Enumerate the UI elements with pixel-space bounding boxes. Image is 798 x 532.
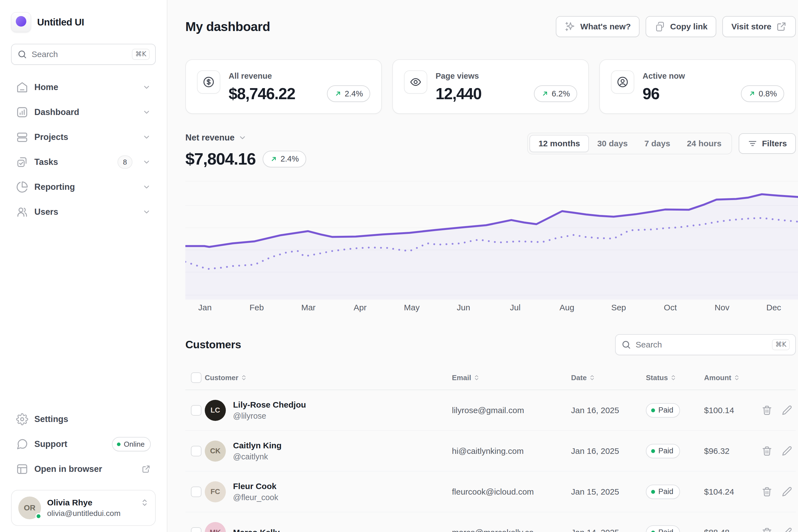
row-checkbox[interactable]	[191, 405, 202, 416]
column-header-customer[interactable]: Customer	[205, 374, 443, 382]
profile-card[interactable]: OR Olivia Rhye olivia@untitledui.com	[11, 490, 156, 526]
net-revenue-value: $7,804.16	[185, 149, 255, 169]
chevron-down-icon	[238, 134, 247, 142]
status-badge: Paid	[646, 484, 680, 499]
customer-handle: @caitlynk	[233, 452, 282, 461]
customer-amount: $96.32	[695, 446, 748, 456]
online-dot-icon	[36, 513, 41, 519]
svg-text:Dec: Dec	[766, 303, 781, 312]
row-checkbox[interactable]	[191, 527, 202, 532]
sidebar-search[interactable]: ⌘K	[11, 44, 156, 65]
row-checkbox[interactable]	[191, 446, 202, 456]
svg-text:Apr: Apr	[354, 303, 366, 312]
column-header-status[interactable]: Status	[637, 374, 695, 382]
header-actions: What's new? Copy link Visit store	[556, 16, 796, 37]
svg-text:Jul: Jul	[510, 303, 520, 312]
stat-cards: All revenue $8,746.22 2.4% Page views	[185, 59, 796, 114]
trend-badge: 0.8%	[741, 86, 784, 102]
avatar: MK	[205, 522, 226, 532]
customers-search[interactable]: ⌘K	[615, 334, 796, 355]
customer-amount: $100.14	[695, 406, 748, 415]
metric-selector[interactable]: Net revenue	[185, 133, 306, 143]
chart-controls: 12 months 30 days 7 days 24 hours Filter…	[527, 133, 796, 154]
page-header: My dashboard What's new? Copy link Visit…	[185, 16, 796, 37]
select-all-checkbox[interactable]	[191, 373, 202, 383]
column-header-date[interactable]: Date	[562, 374, 637, 382]
page-title: My dashboard	[185, 19, 270, 34]
sort-icon	[241, 374, 247, 381]
edit-icon[interactable]	[781, 405, 793, 416]
customer-name: Lily-Rose Chedjou	[233, 400, 306, 410]
customer-email: hi@caitlynking.com	[443, 446, 562, 456]
sidebar-item-label: Projects	[34, 132, 68, 142]
tab-7-days[interactable]: 7 days	[636, 135, 679, 152]
sidebar-item-label: Dashboard	[34, 107, 79, 117]
currency-dollar-icon	[197, 70, 220, 94]
tab-30-days[interactable]: 30 days	[589, 135, 636, 152]
customer-name: Fleur Cook	[233, 481, 278, 491]
sidebar-item-label: Users	[34, 207, 58, 217]
tasks-count-badge: 8	[117, 155, 132, 169]
trash-icon[interactable]	[761, 486, 773, 497]
svg-text:Aug: Aug	[559, 303, 574, 312]
sidebar-item-tasks[interactable]: Tasks 8	[11, 152, 156, 172]
svg-text:May: May	[404, 303, 420, 312]
profile-email: olivia@untitledui.com	[47, 509, 120, 518]
customers-table: Customer Email Date Status Amount LC Lil…	[185, 373, 796, 532]
visit-store-button[interactable]: Visit store	[722, 16, 796, 37]
sidebar-item-reporting[interactable]: Reporting	[11, 177, 156, 197]
edit-icon[interactable]	[781, 486, 793, 497]
stat-value: 96	[643, 84, 659, 103]
customer-date: Jan 15, 2025	[562, 487, 637, 496]
search-icon	[621, 340, 631, 350]
sidebar-item-dashboard[interactable]: Dashboard	[11, 102, 156, 122]
sidebar-item-label: Tasks	[34, 157, 58, 167]
customers-search-input[interactable]	[635, 340, 767, 349]
online-dot-icon	[117, 442, 120, 446]
paid-dot-icon	[651, 449, 655, 453]
external-link-icon	[776, 21, 787, 32]
table-row: CK Caitlyn King @caitlynk hi@caitlynking…	[185, 431, 796, 472]
sidebar-item-projects[interactable]: Projects	[11, 127, 156, 147]
tab-24-hours[interactable]: 24 hours	[679, 135, 730, 152]
external-link-icon	[141, 464, 151, 474]
tab-12-months[interactable]: 12 months	[530, 135, 589, 152]
customers-title: Customers	[185, 339, 241, 351]
customer-email: fleurcook@icloud.com	[443, 487, 562, 496]
paid-dot-icon	[651, 408, 655, 412]
app-name: Untitled UI	[37, 17, 84, 28]
sidebar-item-home[interactable]: Home	[11, 77, 156, 97]
arrow-up-right-icon	[334, 90, 342, 97]
arrow-up-right-icon	[748, 90, 756, 97]
row-checkbox[interactable]	[191, 487, 202, 497]
sidebar-item-settings[interactable]: Settings	[11, 409, 156, 430]
column-header-email[interactable]: Email	[443, 374, 562, 382]
edit-icon[interactable]	[781, 527, 793, 532]
trash-icon[interactable]	[761, 405, 773, 416]
avatar: LC	[205, 400, 226, 421]
chevron-selector-icon[interactable]	[140, 498, 149, 507]
column-header-amount[interactable]: Amount	[695, 374, 748, 382]
brand-logo-icon	[11, 12, 31, 32]
sidebar-item-open-in-browser[interactable]: Open in browser	[11, 459, 156, 479]
stat-card-all-revenue: All revenue $8,746.22 2.4%	[185, 59, 382, 114]
browser-layout-icon	[16, 463, 28, 475]
whats-new-button[interactable]: What's new?	[556, 16, 640, 37]
customer-email: marco@marcokelly.co	[443, 528, 562, 532]
chevron-down-icon	[142, 183, 151, 191]
user-circle-icon	[611, 70, 634, 94]
sidebar-item-support[interactable]: Support Online	[11, 434, 156, 454]
sort-icon	[734, 374, 740, 381]
trash-icon[interactable]	[761, 445, 773, 457]
trash-icon[interactable]	[761, 527, 773, 532]
search-shortcut: ⌘K	[772, 339, 790, 350]
stat-value: 12,440	[436, 84, 481, 103]
chevron-down-icon	[142, 83, 151, 92]
arrow-up-right-icon	[270, 155, 278, 163]
filters-button[interactable]: Filters	[739, 133, 796, 154]
copy-icon	[654, 21, 666, 32]
sidebar-search-input[interactable]	[32, 50, 128, 59]
sidebar-item-users[interactable]: Users	[11, 202, 156, 222]
copy-link-button[interactable]: Copy link	[646, 16, 716, 37]
edit-icon[interactable]	[781, 445, 793, 457]
